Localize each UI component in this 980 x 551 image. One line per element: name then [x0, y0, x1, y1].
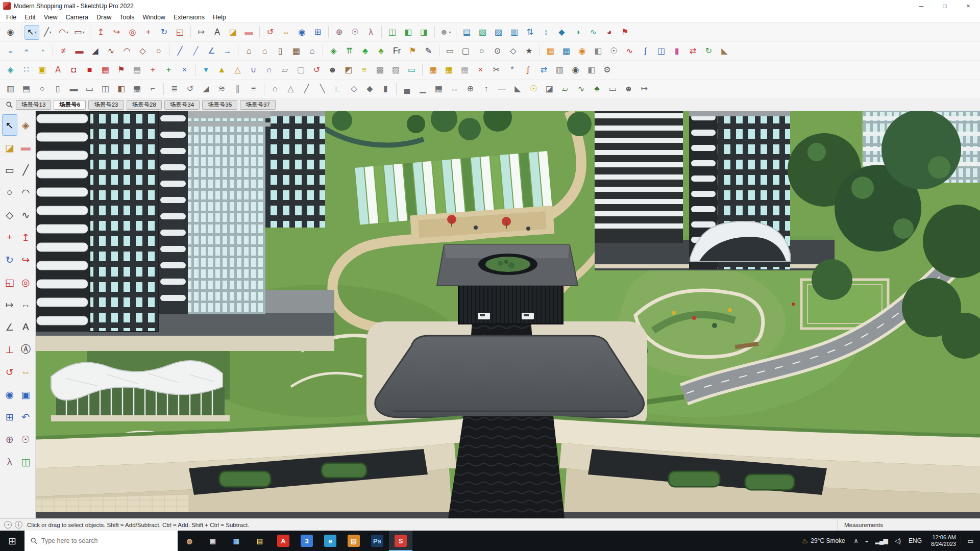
scene-tab[interactable]: 场景号23 — [88, 100, 124, 110]
grid-orange-icon[interactable]: ▦ — [426, 63, 440, 78]
solid-box-icon[interactable]: ◧ — [591, 44, 605, 59]
swirl-tool-icon[interactable]: ↺ — [309, 63, 324, 78]
roof-gable-icon[interactable]: △ — [283, 82, 298, 96]
start-button[interactable]: ⊞ — [0, 531, 24, 551]
rotate-icon[interactable]: ↻ — [157, 25, 172, 40]
polygon-tool-icon[interactable]: ◇ — [135, 44, 150, 59]
louvre-tool-icon[interactable]: ≡ — [246, 82, 261, 96]
cortana-taskbar-icon[interactable]: ◍ — [178, 531, 201, 551]
3d-warehouse-icon[interactable]: ⌂ — [241, 44, 256, 59]
fredo-tools-icon[interactable]: ≠ — [56, 44, 71, 59]
gutter-tool-icon[interactable]: ∟ — [331, 82, 346, 96]
push-pull-tool-icon[interactable]: ↥ — [18, 227, 34, 248]
north-arrow-icon[interactable]: ↑ — [479, 82, 494, 96]
guide-line-icon[interactable]: ╱ — [188, 44, 203, 59]
iso-box-icon[interactable]: ◧ — [584, 63, 599, 78]
style-monochrome-icon[interactable]: ▥ — [507, 25, 522, 40]
language-indicator[interactable]: ENG — [904, 537, 926, 544]
taskbar-search[interactable] — [24, 531, 178, 551]
rectangle-tool-icon[interactable]: ▭ — [2, 159, 17, 181]
section-display-icon[interactable]: ◨ — [416, 25, 431, 40]
soap-skin-2-icon[interactable]: ◓ — [19, 44, 34, 59]
app-3-taskbar-icon[interactable]: 3 — [295, 531, 318, 551]
people-place-icon[interactable]: ☻ — [325, 63, 340, 78]
hook-up-icon[interactable]: ∪ — [246, 63, 261, 78]
sign-in-icon[interactable]: ☻▾ — [438, 25, 453, 40]
task-view-taskbar-icon[interactable]: ▣ — [201, 531, 225, 551]
style-textured-icon[interactable]: ▨ — [491, 25, 506, 40]
chimney-tool-icon[interactable]: ▮ — [378, 82, 393, 96]
hook-down-icon[interactable]: ∩ — [262, 63, 277, 78]
arc-3pt-icon[interactable]: ◠ — [119, 44, 134, 59]
follow-me-tool-icon[interactable]: ↪ — [18, 249, 34, 270]
weather-widget[interactable]: ♨ 29°C Smoke — [797, 537, 850, 545]
close-button[interactable]: × — [957, 0, 980, 12]
selection-toys-icon[interactable]: ◈ — [3, 63, 18, 78]
menu-file[interactable]: File — [2, 13, 20, 22]
dropdown-caret-icon[interactable]: ▾ — [83, 30, 85, 35]
dropdown-caret-icon[interactable]: ▾ — [66, 30, 68, 35]
look-around-icon[interactable]: ☉ — [348, 25, 362, 40]
pan-tool-icon[interactable]: ⇔ — [18, 361, 34, 383]
fence-tool-icon[interactable]: ∥ — [230, 82, 245, 96]
ruled-grid-icon[interactable]: ▥ — [552, 63, 567, 78]
vehicle-2d-icon[interactable]: ▭ — [605, 82, 620, 96]
look-around-tool-icon[interactable]: ☉ — [18, 429, 34, 450]
text-tool-icon[interactable]: A — [18, 316, 34, 338]
style-shaded-icon[interactable]: ▧ — [475, 25, 490, 40]
layer-stack-icon[interactable]: ≡ — [357, 63, 372, 78]
footing-tool-icon[interactable]: ▁ — [415, 82, 430, 96]
solid-inspector-icon[interactable]: ▣ — [35, 63, 50, 78]
menu-help[interactable]: Help — [209, 13, 230, 22]
delete-tool-icon[interactable]: × — [473, 63, 488, 78]
walk-tool-icon[interactable]: λ — [2, 451, 17, 472]
tree-2d-icon[interactable]: ♣ — [590, 82, 604, 96]
arc-icon[interactable]: ◠▾ — [56, 25, 71, 40]
adobe-acrobat-taskbar-icon[interactable]: A — [272, 531, 295, 551]
soap-skin-3-icon[interactable]: ◔ — [35, 44, 50, 59]
make-component-tool-icon[interactable]: ◈ — [18, 114, 34, 136]
scene-search-icon[interactable] — [5, 101, 13, 109]
notes-page-icon[interactable]: ▤ — [130, 63, 144, 78]
axes-tool-icon[interactable]: ⊥ — [2, 339, 17, 360]
construction-line-icon[interactable]: ╱ — [173, 44, 187, 59]
settings-gear-icon[interactable]: ⚙ — [600, 63, 615, 78]
volume-icon[interactable]: ◁) — [891, 537, 904, 544]
water-drop-icon[interactable]: ▾ — [199, 63, 213, 78]
section-plane-icon[interactable]: ◫ — [385, 25, 400, 40]
column-square-icon[interactable]: ▯ — [51, 82, 65, 96]
curviloft-icon[interactable]: ∿ — [586, 25, 601, 40]
pan-icon[interactable]: ⇔ — [279, 25, 293, 40]
note-flag-icon[interactable]: ⚑ — [405, 44, 420, 59]
zoom-tool-icon[interactable]: ◉ — [2, 384, 17, 405]
window-tool-icon[interactable]: ▦ — [130, 82, 144, 96]
vegetation-icon[interactable]: ♣ — [374, 44, 388, 59]
scene-tab[interactable]: 场景号35 — [202, 100, 237, 110]
skylight-tool-icon[interactable]: ◇ — [347, 82, 361, 96]
grid-yellow-icon[interactable]: ▦ — [442, 63, 456, 78]
dimension-tool-icon[interactable]: ↔ — [18, 294, 34, 315]
system-status-icon[interactable]: ◒ — [862, 537, 872, 544]
rafter-tool-icon[interactable]: ╱ — [299, 82, 314, 96]
vertex-tools-icon[interactable]: ∷ — [19, 63, 34, 78]
opening-tool-icon[interactable]: ◫ — [98, 82, 113, 96]
export-model-icon[interactable]: ↕ — [538, 25, 553, 40]
terrain-flatten-icon[interactable]: ▱ — [558, 82, 573, 96]
3d-text-tool-icon[interactable]: Ⓐ — [18, 339, 34, 360]
stair-straight-icon[interactable]: ≣ — [167, 82, 182, 96]
text-annotation-icon[interactable]: A — [51, 63, 65, 78]
select-icon[interactable]: ↖▾ — [24, 25, 39, 40]
fredo-scale-icon[interactable]: ◈ — [326, 44, 341, 59]
zoom-previous-tool-icon[interactable]: ↶ — [18, 406, 34, 428]
slab-tool-icon[interactable]: ▭ — [82, 82, 97, 96]
dropdown-caret-icon[interactable]: ▾ — [50, 30, 52, 35]
menu-view[interactable]: View — [40, 13, 62, 22]
move-axis-y-icon[interactable]: + — [161, 63, 176, 78]
white-box-icon[interactable]: ▢ — [293, 63, 308, 78]
joint-push-pull-icon[interactable]: ⇈ — [342, 44, 357, 59]
face-plane-icon[interactable]: ▱ — [278, 63, 292, 78]
shape-star-icon[interactable]: ★ — [522, 44, 536, 59]
line-tool-icon[interactable]: ╱ — [18, 159, 34, 181]
survey-stake-icon[interactable]: ▲ — [214, 63, 229, 78]
pipe-along-path-icon[interactable]: ∿ — [622, 44, 637, 59]
